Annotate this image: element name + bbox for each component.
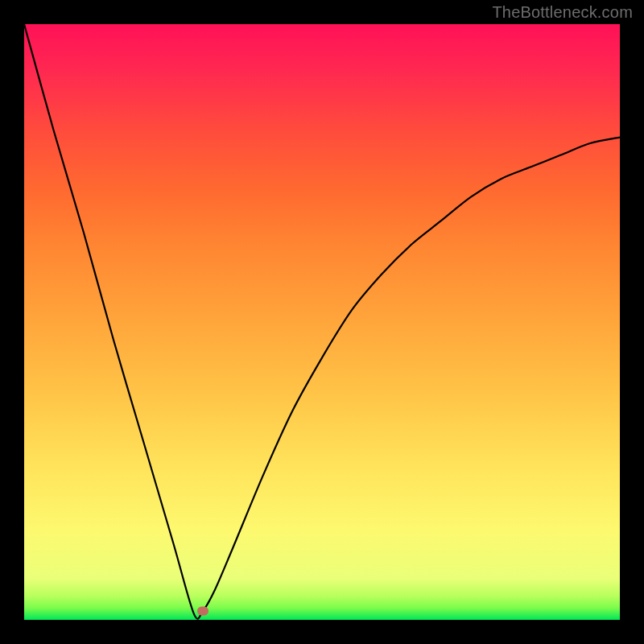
watermark-text: TheBottleneck.com xyxy=(492,3,633,22)
bottleneck-curve xyxy=(24,24,620,620)
optimal-point-marker xyxy=(197,606,208,615)
chart-plot-area xyxy=(24,24,620,620)
chart-frame: TheBottleneck.com xyxy=(0,0,644,644)
